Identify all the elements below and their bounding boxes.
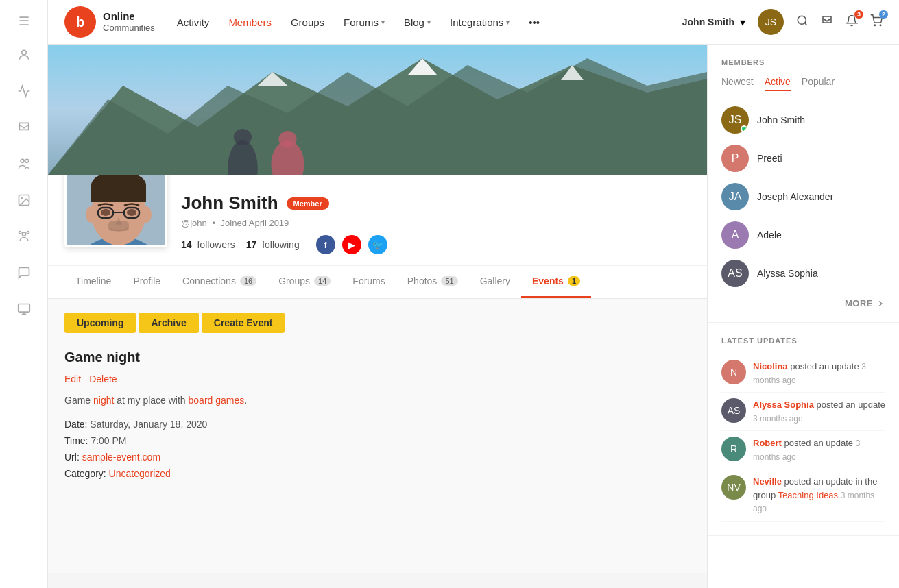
cart-button[interactable]: 2 xyxy=(870,14,883,30)
date-value: Saturday, January 18, 2020 xyxy=(90,419,207,430)
nav-integrations[interactable]: Integrations ▾ xyxy=(450,16,510,28)
filter-create-event[interactable]: Create Event xyxy=(202,313,285,333)
tab-profile[interactable]: Profile xyxy=(122,266,171,298)
update-group-link[interactable]: Teaching Ideas xyxy=(778,490,838,500)
tab-forums[interactable]: Forums xyxy=(341,266,396,298)
time-label: Time: xyxy=(64,435,88,446)
user-avatar[interactable]: JS xyxy=(758,9,784,35)
tab-events[interactable]: Events 1 xyxy=(521,266,591,298)
filter-newest[interactable]: Newest xyxy=(721,76,754,91)
member-item-joseph[interactable]: JA Joseph Alexander xyxy=(721,177,885,216)
update-username-alyssa2[interactable]: Alyssa Sophia xyxy=(753,400,814,410)
profile-stats: 14 followers 17 following f ▶ 🐦 xyxy=(181,235,691,254)
filter-popular[interactable]: Popular xyxy=(802,76,835,91)
svg-point-6 xyxy=(27,232,29,234)
member-item-adele[interactable]: A Adele xyxy=(721,216,885,254)
connections-icon[interactable] xyxy=(17,230,31,247)
brand: b Online Communities xyxy=(64,6,155,38)
update-text-nicolina: Nicolina posted an update 3 months ago xyxy=(753,360,885,387)
monitor-icon[interactable] xyxy=(17,302,31,319)
event-date-row: Date: Saturday, January 18, 2020 xyxy=(64,419,691,430)
update-username-neville[interactable]: Neville xyxy=(753,476,782,487)
tab-gallery[interactable]: Gallery xyxy=(469,266,521,298)
event-description: Game night at my place with board games. xyxy=(64,393,691,408)
member-filter-tabs: Newest Active Popular xyxy=(721,76,885,91)
svg-point-32 xyxy=(141,206,152,223)
tab-photos[interactable]: Photos 51 xyxy=(396,266,469,298)
svg-point-31 xyxy=(86,206,97,223)
tab-groups[interactable]: Groups 14 xyxy=(267,266,341,298)
menu-icon[interactable]: ☰ xyxy=(19,14,29,29)
svg-point-0 xyxy=(21,50,26,55)
url-value[interactable]: sample-event.com xyxy=(82,452,160,463)
facebook-icon[interactable]: f xyxy=(316,235,335,254)
profile-tabs: Timeline Profile Connections 16 Groups 1… xyxy=(48,265,707,298)
tab-connections[interactable]: Connections 16 xyxy=(171,266,267,298)
more-link[interactable]: MORE xyxy=(845,298,885,308)
update-avatar-robert: R xyxy=(721,437,746,461)
mountain-svg xyxy=(48,45,707,175)
svg-point-36 xyxy=(101,209,110,216)
mail-button[interactable] xyxy=(821,14,833,30)
nav-members[interactable]: Members xyxy=(228,16,272,28)
profile-header-card: John Smith Member @john • Joined April 2… xyxy=(48,175,707,299)
night-link[interactable]: night xyxy=(93,395,114,406)
filter-active[interactable]: Active xyxy=(765,76,791,91)
member-avatar-preeti: P xyxy=(721,145,749,172)
member-item-alyssa[interactable]: AS Alyssa Sophia xyxy=(721,254,885,293)
connections-count: 16 xyxy=(240,276,256,286)
update-username-robert[interactable]: Robert xyxy=(753,438,782,448)
inbox-icon[interactable] xyxy=(17,121,31,138)
chat-icon[interactable] xyxy=(17,266,31,283)
profile-meta: @john • Joined April 2019 xyxy=(181,218,691,228)
activity-icon[interactable] xyxy=(17,84,31,101)
forums-caret: ▾ xyxy=(381,19,385,26)
svg-rect-8 xyxy=(18,304,29,313)
nav-forums[interactable]: Forums ▾ xyxy=(344,16,385,28)
following-stat: 17 following xyxy=(246,239,300,250)
events-section: Upcoming Archive Create Event Game night… xyxy=(48,299,707,573)
image-icon[interactable] xyxy=(17,193,31,210)
user-icon[interactable] xyxy=(17,48,31,65)
notifications-button[interactable]: 3 xyxy=(846,14,858,30)
svg-point-24 xyxy=(278,131,296,147)
profile-main: John Smith Member @john • Joined April 2… xyxy=(48,45,707,588)
youtube-icon[interactable]: ▶ xyxy=(342,235,361,254)
nav-blog[interactable]: Blog ▾ xyxy=(404,16,431,28)
followers-stat: 14 followers xyxy=(181,239,235,250)
brand-line2: Communities xyxy=(103,23,155,34)
update-text-alyssa: Alyssa Sophia posted an update 3 months … xyxy=(753,398,885,425)
event-delete-link[interactable]: Delete xyxy=(89,373,117,384)
user-dropdown[interactable]: John Smith ▾ xyxy=(682,16,745,29)
more-arrow-icon xyxy=(876,299,885,308)
time-value: 7:00 PM xyxy=(91,435,126,446)
following-count: 17 xyxy=(246,239,257,250)
user-caret: ▾ xyxy=(740,16,745,29)
group-icon[interactable] xyxy=(17,157,31,174)
filter-archive[interactable]: Archive xyxy=(139,313,198,333)
board-games-link[interactable]: board games xyxy=(189,395,245,406)
member-avatar-adele: A xyxy=(721,221,749,249)
svg-point-22 xyxy=(234,129,252,145)
member-item-preeti[interactable]: P Preeti xyxy=(721,139,885,177)
search-button[interactable] xyxy=(796,14,808,30)
photos-count: 51 xyxy=(441,276,457,286)
svg-point-4 xyxy=(21,197,22,199)
update-username-nicolina[interactable]: Nicolina xyxy=(753,361,788,371)
tab-timeline[interactable]: Timeline xyxy=(64,266,122,298)
nav-activity[interactable]: Activity xyxy=(177,16,210,28)
update-time-alyssa2: 3 months ago xyxy=(753,414,803,424)
date-label: Date: xyxy=(64,419,87,430)
nav-groups[interactable]: Groups xyxy=(291,16,324,28)
profile-name-row: John Smith Member xyxy=(181,193,691,214)
twitter-icon[interactable]: 🐦 xyxy=(368,235,387,254)
nav-right: John Smith ▾ JS 3 2 xyxy=(682,9,883,35)
event-edit-link[interactable]: Edit xyxy=(64,373,81,384)
filter-upcoming[interactable]: Upcoming xyxy=(64,313,136,333)
member-item-john[interactable]: JS John Smith xyxy=(721,101,885,139)
cart-badge: 2 xyxy=(879,10,888,19)
brand-text: Online Communities xyxy=(103,10,155,34)
nav-more[interactable]: ••• xyxy=(529,16,540,28)
profile-details: John Smith Member @john • Joined April 2… xyxy=(181,186,691,254)
category-value[interactable]: Uncategorized xyxy=(109,468,171,479)
